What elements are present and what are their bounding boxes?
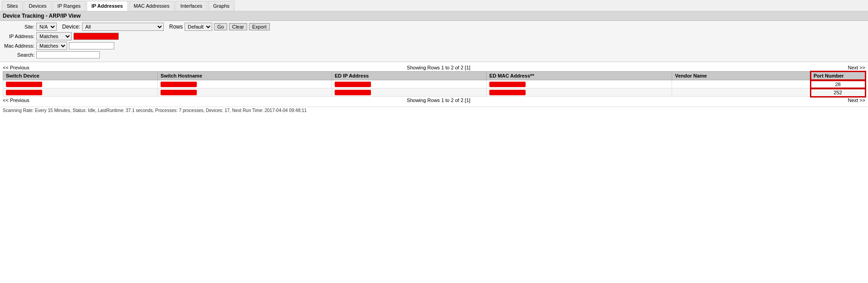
cell-switch-device-2	[3, 88, 158, 97]
table-row: 28	[3, 80, 865, 88]
filter-row-4: Search:	[3, 51, 865, 59]
rows-select[interactable]: Default	[185, 23, 212, 31]
bottom-nav-links: << Previous Showing Rows 1 to 2 of 2 [1]…	[3, 97, 865, 104]
tab-interfaces[interactable]: Interfaces	[176, 1, 207, 11]
export-button[interactable]: Export	[249, 23, 270, 30]
data-table: Switch Device Switch Hostname ED IP Addr…	[3, 71, 865, 97]
cell-ed-mac-2	[487, 88, 672, 97]
go-button[interactable]: Go	[214, 23, 227, 30]
tab-ip-ranges[interactable]: IP Ranges	[53, 1, 86, 11]
cell-port-1: 28	[811, 80, 865, 88]
tab-ip-addresses[interactable]: IP Addresses	[87, 1, 128, 11]
cell-ed-ip-1	[332, 80, 486, 88]
clear-button[interactable]: Clear	[229, 23, 247, 30]
showing-rows-top: Showing Rows 1 to 2 of 2 [1]	[407, 65, 470, 70]
cell-switch-hostname-2	[158, 88, 332, 97]
tab-graphs[interactable]: Graphs	[208, 1, 234, 11]
showing-rows-bottom: Showing Rows 1 to 2 of 2 [1]	[407, 98, 470, 103]
search-label: Search:	[3, 52, 34, 58]
col-switch-hostname: Switch Hostname	[158, 72, 332, 80]
table-header-row: Switch Device Switch Hostname ED IP Addr…	[3, 72, 865, 80]
status-bar: Scanning Rate: Every 15 Minutes, Status:…	[0, 107, 868, 114]
filter-row-2: IP Address: Matches Contains Starts with	[3, 32, 865, 40]
cell-ed-ip-2	[332, 88, 486, 97]
top-nav-links: << Previous Showing Rows 1 to 2 of 2 [1]…	[3, 64, 865, 71]
col-port-number: Port Number	[811, 72, 865, 80]
tab-mac-addresses[interactable]: MAC Addresses	[129, 1, 175, 11]
device-label: Device:	[62, 24, 80, 30]
filter-row-3: Mac Address: Matches	[3, 42, 865, 50]
top-nav: Sites Devices IP Ranges IP Addresses MAC…	[0, 0, 868, 11]
device-select[interactable]: All	[82, 23, 164, 31]
table-row: 252	[3, 88, 865, 97]
ip-address-input[interactable]	[73, 33, 119, 40]
site-label: Site:	[3, 24, 34, 29]
cell-switch-hostname-1	[158, 80, 332, 88]
next-link-bottom[interactable]: Next >>	[848, 98, 865, 103]
rows-label: Rows	[169, 24, 183, 30]
cell-switch-device-1	[3, 80, 158, 88]
col-ed-ip-address: ED IP Address	[332, 72, 486, 80]
tab-devices[interactable]: Devices	[24, 1, 51, 11]
col-ed-mac-address: ED MAC Address**	[487, 72, 672, 80]
ip-address-label: IP Address:	[3, 34, 34, 39]
ip-address-filter-select[interactable]: Matches Contains Starts with	[36, 32, 72, 40]
col-switch-device: Switch Device	[3, 72, 158, 80]
filter-form: Site: N/A Device: All Rows Default Go Cl…	[0, 21, 868, 62]
mac-address-input[interactable]	[69, 42, 114, 49]
tab-sites[interactable]: Sites	[2, 1, 23, 11]
cell-vendor-1	[672, 80, 811, 88]
prev-link-top[interactable]: << Previous	[3, 65, 29, 70]
table-area: << Previous Showing Rows 1 to 2 of 2 [1]…	[0, 62, 868, 106]
col-vendor-name: Vendor Name	[672, 72, 811, 80]
cell-vendor-2	[672, 88, 811, 97]
next-link-top[interactable]: Next >>	[848, 65, 865, 70]
search-input[interactable]	[36, 51, 100, 59]
site-select[interactable]: N/A	[36, 23, 57, 31]
cell-port-2: 252	[811, 88, 865, 97]
mac-address-label: Mac Address:	[3, 43, 34, 49]
page-title: Device Tracking - ARP/IP View	[0, 11, 868, 21]
filter-row-1: Site: N/A Device: All Rows Default Go Cl…	[3, 23, 865, 31]
cell-ed-mac-1	[487, 80, 672, 88]
mac-address-filter-select[interactable]: Matches	[36, 42, 67, 50]
prev-link-bottom[interactable]: << Previous	[3, 98, 29, 103]
